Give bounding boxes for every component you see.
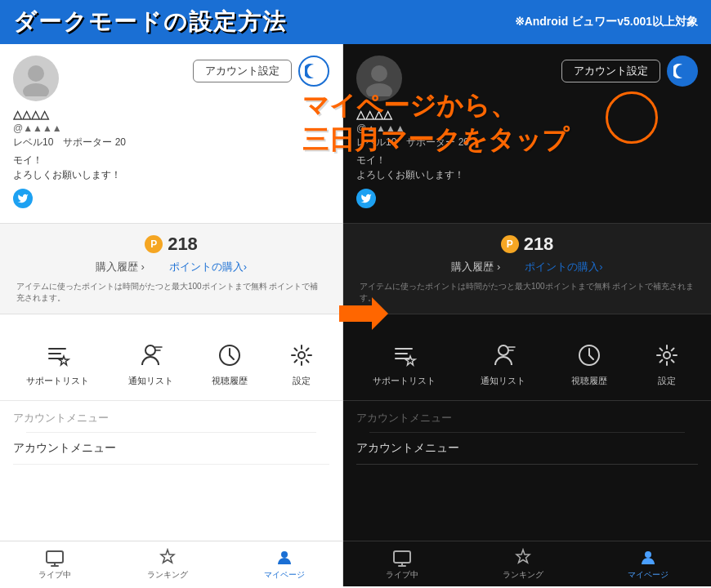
dark-nav-ranking-label: ランキング [503, 569, 543, 581]
dark-profile-name: △△△△ [356, 108, 698, 121]
light-points-note: アイテムに使ったポイントは時間がたつと最大100ポイントまで無料 ポイントで補充… [13, 281, 329, 304]
person-list-icon [137, 342, 163, 368]
light-nav-ranking-label: ランキング [147, 569, 188, 581]
svg-point-0 [28, 65, 44, 82]
dark-support-list-item[interactable]: サポートリスト [373, 341, 436, 387]
svg-point-8 [371, 65, 387, 82]
dark-nav-live-label: ライブ中 [386, 569, 418, 581]
dark-notification-list-item[interactable]: 通知リスト [481, 341, 525, 387]
main-content: アカウント設定 △△△△ @▲▲▲▲ レベル10 サポーター 20 モイ！ よろ… [0, 44, 711, 586]
dark-person-list-icon [490, 342, 516, 368]
dark-bottom-nav: ライブ中 ランキング マイページ [343, 541, 711, 586]
dark-avatar [356, 56, 402, 101]
light-account-menu-section: アカウントメニュー アカウントメニュー [0, 401, 342, 468]
light-nav-live-label: ライブ中 [38, 569, 71, 581]
light-avatar [13, 56, 59, 101]
dark-tv-icon [392, 548, 412, 568]
dark-settings-icon [652, 341, 682, 370]
dark-notification-list-label: 通知リスト [481, 375, 525, 387]
light-points-area: P 218 購入履歴 › ポイントの購入› アイテムに使ったポイントは時間がたつ… [0, 223, 342, 314]
light-points-links: 購入履歴 › ポイントの購入› [13, 260, 329, 274]
dark-twitter-icon[interactable] [356, 189, 376, 208]
light-nav-mypage[interactable]: マイページ [254, 545, 315, 584]
dark-nav-ranking[interactable]: ランキング [493, 545, 553, 584]
dark-nav-live[interactable]: ライブ中 [376, 545, 428, 584]
svg-marker-10 [405, 356, 415, 365]
light-settings-label: 設定 [293, 375, 311, 387]
light-support-list-item[interactable]: サポートリスト [26, 341, 89, 387]
twitter-bird-icon [17, 193, 29, 204]
dark-gear-icon [654, 342, 680, 368]
dark-purchase-history[interactable]: 購入履歴 › [451, 260, 500, 274]
dark-points-coin: P [501, 235, 519, 253]
dark-watch-history-item[interactable]: 視聴履歴 [571, 341, 607, 387]
light-moon-button[interactable] [298, 56, 329, 87]
svg-point-5 [298, 352, 305, 359]
dark-profile-level: レベル10 サポーター 20 [356, 136, 698, 149]
gear-icon [288, 342, 315, 368]
light-notification-list-label: 通知リスト [128, 375, 173, 387]
light-points-number: 218 [168, 234, 198, 255]
ranking-icon [158, 548, 177, 568]
light-profile-top: アカウント設定 [13, 56, 329, 101]
light-settings-icon [287, 341, 316, 370]
dark-account-btn-area: アカウント設定 [561, 56, 698, 87]
svg-point-15 [645, 551, 651, 558]
light-settings-item[interactable]: 設定 [287, 341, 316, 387]
dark-buy-points[interactable]: ポイントの購入› [525, 260, 602, 274]
light-account-menu-item[interactable]: アカウントメニュー [13, 433, 329, 465]
light-watch-history-icon [215, 341, 244, 370]
star-list-icon [44, 342, 70, 368]
light-notification-list-item[interactable]: 通知リスト [128, 341, 173, 387]
light-watch-history-item[interactable]: 視聴履歴 [212, 341, 248, 387]
dark-account-menu-item[interactable]: アカウントメニュー [356, 433, 698, 465]
dark-watch-history-icon [575, 341, 604, 370]
dark-person-icon-nav [638, 548, 658, 568]
dark-settings-item[interactable]: 設定 [652, 341, 682, 387]
light-purchase-history[interactable]: 購入履歴 › [96, 260, 145, 274]
header-note: ※Android ビュワーv5.001以上対象 [515, 15, 698, 29]
svg-point-9 [366, 83, 392, 96]
light-profile-handle: @▲▲▲▲ [13, 122, 329, 134]
dark-clock-icon [576, 342, 602, 368]
light-profile-name: △△△△ [13, 108, 329, 121]
dark-support-list-label: サポートリスト [373, 375, 436, 387]
dark-moon-icon [673, 62, 691, 80]
light-nav-live[interactable]: ライブ中 [29, 545, 81, 584]
light-points-value: P 218 [13, 234, 329, 255]
light-account-settings-button[interactable]: アカウント設定 [193, 60, 292, 82]
dark-profile-handle: @▲▲▲▲ [356, 122, 698, 134]
light-bottom-nav: ライブ中 ランキング マイページ [0, 541, 342, 586]
dark-account-menu-section: アカウントメニュー アカウントメニュー [343, 401, 711, 468]
light-watch-history-label: 視聴履歴 [212, 375, 248, 387]
dark-account-settings-button[interactable]: アカウント設定 [561, 60, 660, 82]
light-twitter-icon[interactable] [13, 189, 33, 208]
top-header: ダークモードの設定方法 ※Android ビュワーv5.001以上対象 [0, 0, 711, 44]
svg-point-3 [145, 345, 155, 355]
moon-icon [305, 62, 323, 80]
light-panel: アカウント設定 △△△△ @▲▲▲▲ レベル10 サポーター 20 モイ！ よろ… [0, 44, 343, 586]
tv-icon [45, 548, 65, 568]
svg-marker-2 [59, 356, 69, 365]
spacer [0, 314, 342, 327]
light-buy-points[interactable]: ポイントの購入› [169, 260, 247, 274]
dark-watch-history-label: 視聴履歴 [571, 375, 607, 387]
svg-point-1 [23, 83, 49, 96]
dark-points-number: 218 [524, 234, 554, 255]
dark-ranking-icon [513, 548, 533, 568]
dark-nav-mypage-label: マイページ [628, 569, 669, 581]
dark-moon-button[interactable] [667, 56, 698, 87]
light-account-btn-area: アカウント設定 [193, 56, 329, 87]
dark-support-list-icon [389, 341, 418, 370]
dark-avatar-icon [361, 60, 397, 96]
dark-nav-mypage[interactable]: マイページ [618, 545, 678, 584]
avatar-icon [18, 60, 54, 96]
dark-profile-area: アカウント設定 △△△△ @▲▲▲▲ レベル10 サポーター 20 モイ！ よろ… [343, 44, 711, 223]
light-nav-ranking[interactable]: ランキング [137, 545, 198, 584]
light-points-coin: P [145, 235, 163, 253]
dark-settings-label: 設定 [658, 375, 676, 387]
header-title: ダークモードの設定方法 [13, 7, 287, 38]
dark-points-links: 購入履歴 › ポイントの購入› [356, 260, 698, 274]
person-icon-nav [275, 548, 294, 568]
dark-twitter-bird-icon [360, 193, 372, 204]
